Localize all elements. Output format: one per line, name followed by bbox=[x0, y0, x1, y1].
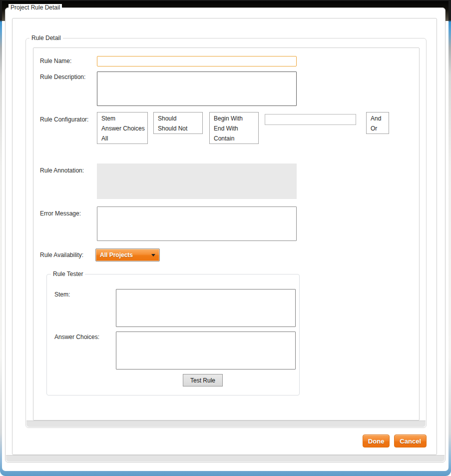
rule-annotation-box bbox=[97, 164, 297, 199]
error-message-label: Error Message: bbox=[40, 206, 81, 217]
rule-availability-selected: All Projects bbox=[96, 252, 151, 258]
dialog-window: Project Rule Detail Project Rule Detail … bbox=[0, 0, 451, 476]
tester-answer-choices-textarea[interactable] bbox=[116, 332, 296, 370]
listbox-option[interactable]: Or bbox=[367, 124, 389, 134]
listbox-option[interactable]: Begin With bbox=[210, 114, 258, 124]
rule-detail-form-panel: Rule Name: Rule Description: Rule Config… bbox=[33, 48, 420, 420]
rule-detail-footer-strip bbox=[26, 420, 426, 427]
configurator-subject-listbox[interactable]: Stem Answer Choices All bbox=[97, 112, 148, 144]
done-button[interactable]: Done bbox=[363, 434, 390, 448]
listbox-option[interactable]: End With bbox=[210, 124, 258, 134]
configurator-conjunction-listbox[interactable]: And Or bbox=[366, 112, 389, 134]
listbox-option[interactable]: Should Not bbox=[154, 124, 202, 134]
listbox-option[interactable]: Stem bbox=[97, 114, 147, 124]
rule-detail-legend: Rule Detail bbox=[29, 34, 63, 42]
rule-name-label: Rule Name: bbox=[40, 56, 71, 64]
project-rule-detail-legend: Project Rule Detail bbox=[8, 4, 62, 11]
tester-stem-label: Stem: bbox=[54, 291, 70, 298]
listbox-option[interactable]: And bbox=[367, 114, 389, 124]
rule-detail-group: Rule Detail Rule Name: Rule Description: bbox=[25, 38, 427, 428]
rule-annotation-row: Rule Annotation: bbox=[33, 164, 419, 199]
configurator-operator-listbox[interactable]: Begin With End With Contain bbox=[209, 112, 259, 144]
rule-annotation-label: Rule Annotation: bbox=[40, 164, 84, 174]
rule-configurator-row: Rule Configurator: Stem Answer Choices A… bbox=[33, 112, 419, 144]
outer-group-footer-strip bbox=[6, 455, 445, 462]
listbox-option[interactable]: All bbox=[97, 134, 147, 144]
dialog-body: Project Rule Detail Project Rule Detail … bbox=[2, 1, 449, 471]
configurator-modality-listbox[interactable]: Should Should Not bbox=[153, 112, 203, 134]
rule-tester-legend: Rule Tester bbox=[51, 270, 85, 278]
rule-description-label: Rule Description: bbox=[40, 72, 85, 80]
rule-tester-group: Rule Tester Stem: Answer Choices: Test R… bbox=[46, 274, 300, 396]
tester-stem-textarea[interactable] bbox=[116, 289, 296, 327]
rule-availability-dropdown[interactable]: All Projects bbox=[95, 248, 160, 262]
rule-name-input[interactable] bbox=[97, 56, 297, 66]
cancel-button[interactable]: Cancel bbox=[394, 434, 427, 448]
error-message-row: Error Message: bbox=[33, 206, 419, 241]
rule-configurator-label: Rule Configurator: bbox=[40, 112, 88, 123]
listbox-option[interactable]: Should bbox=[154, 114, 202, 124]
chevron-down-icon bbox=[151, 254, 155, 256]
outer-panel: Rule Detail Rule Name: Rule Description: bbox=[12, 18, 437, 455]
rule-description-row: Rule Description: bbox=[33, 72, 419, 106]
rule-availability-label: Rule Availability: bbox=[40, 248, 83, 258]
rule-availability-row: Rule Availability: All Projects bbox=[33, 248, 419, 262]
test-rule-button[interactable]: Test Rule bbox=[183, 374, 223, 386]
listbox-option[interactable]: Answer Choices bbox=[97, 124, 147, 134]
tester-answer-choices-label: Answer Choices: bbox=[54, 334, 99, 340]
rule-description-textarea[interactable] bbox=[97, 72, 297, 106]
listbox-option[interactable]: Contain bbox=[210, 134, 258, 144]
error-message-textarea[interactable] bbox=[97, 206, 297, 241]
rule-name-row: Rule Name: bbox=[33, 56, 419, 66]
footer-actions: Done Cancel bbox=[363, 434, 427, 448]
configurator-value-input[interactable] bbox=[265, 114, 356, 125]
project-rule-detail-group: Project Rule Detail Rule Detail Rule Nam… bbox=[5, 8, 446, 462]
